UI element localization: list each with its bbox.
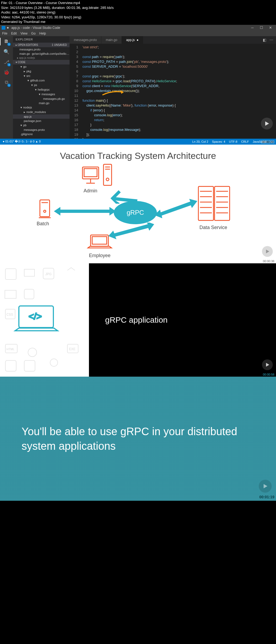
- tree-file[interactable]: .gitignore: [13, 132, 70, 136]
- file-metadata: File: 01 - Course Overview - Course Over…: [0, 0, 276, 25]
- svg-text:EXE: EXE: [69, 347, 75, 351]
- editor: messages.proto main.go app.js ● ◧ ⋯ 1234…: [70, 36, 276, 139]
- editor-tabs: messages.proto main.go app.js ● ◧ ⋯: [70, 36, 276, 44]
- svg-point-45: [28, 348, 37, 357]
- menu-view[interactable]: View: [20, 32, 27, 35]
- play-button[interactable]: [261, 118, 273, 130]
- tree-folder[interactable]: ▾messages: [13, 92, 70, 97]
- minimize-button[interactable]: ─: [248, 26, 256, 30]
- outro-slide: You'll be able to use gRPC in your distr…: [0, 377, 276, 501]
- play-button[interactable]: [262, 246, 273, 257]
- explorer-icon[interactable]: 🗎1: [3, 38, 10, 45]
- svg-marker-29: [54, 207, 116, 216]
- menu-file[interactable]: File: [2, 32, 7, 35]
- svg-rect-6: [104, 164, 112, 185]
- statusbar: ● 01-01* �규 0↓ 1↑ ⊘ 0 ▲ 0 Ln 20, Col 2 S…: [0, 139, 276, 145]
- tree-folder[interactable]: ▸pkg: [13, 69, 70, 74]
- code-area[interactable]: 1234567891011121314151617181920 'use str…: [70, 44, 276, 139]
- status-encoding[interactable]: UTF-8: [229, 140, 237, 143]
- svg-point-12: [44, 210, 46, 212]
- svg-point-46: [50, 359, 58, 366]
- tab-messages-proto[interactable]: messages.proto: [70, 36, 101, 44]
- tree-file[interactable]: main.go: [13, 101, 70, 105]
- tower-icon: [102, 163, 113, 187]
- status-cursor[interactable]: Ln 20, Col 2: [192, 140, 208, 143]
- svg-marker-52: [264, 484, 267, 488]
- tree-folder[interactable]: ▾ps: [13, 83, 70, 87]
- batch-server-icon: [38, 198, 52, 220]
- open-editor-item[interactable]: main.go go\src\github.com\ps\hellogrpc: [13, 52, 70, 56]
- menubar: File Edit View Go Help: [0, 31, 276, 36]
- play-button[interactable]: [259, 480, 272, 493]
- maximize-button[interactable]: ☐: [257, 26, 265, 30]
- tree-file[interactable]: messages.proto: [13, 128, 70, 132]
- titlebar: app.js - code - Visual Studio Code ─ ☐ ✕: [0, 25, 276, 31]
- tab-app-js[interactable]: app.js ●: [122, 36, 143, 44]
- svg-rect-47: [5, 360, 16, 371]
- data-label: Data Service: [199, 225, 227, 230]
- arrow-icon: [108, 223, 154, 241]
- close-button[interactable]: ✕: [266, 26, 274, 30]
- meta-file: File: 01 - Course Overview - Course Over…: [1, 1, 275, 5]
- split-editor-icon[interactable]: ◧: [263, 38, 266, 42]
- tree-file[interactable]: package.json: [13, 119, 70, 123]
- admin-label: Admin: [84, 188, 97, 194]
- extensions-icon[interactable]: ⧉1: [3, 79, 10, 86]
- sidebar: EXPLORER ▸ OPEN EDITORS 1 UNSAVED messag…: [13, 36, 70, 139]
- svg-marker-1: [265, 121, 269, 126]
- architecture-slide: Vacation Tracking System Architecture Ad…: [0, 145, 276, 263]
- activity-bar: 🗎1 🔍 ⎇4 🐞 ⧉1: [0, 36, 13, 139]
- svg-text:HTML: HTML: [6, 347, 15, 351]
- svg-rect-33: [5, 269, 16, 280]
- status-left[interactable]: ● 01-01* �규 0↓ 1↑ ⊘ 0 ▲ 0: [3, 139, 41, 144]
- search-icon[interactable]: 🔍: [3, 48, 10, 56]
- gutter: 1234567891011121314151617181920: [70, 44, 81, 139]
- source-control-icon[interactable]: ⎇4: [3, 58, 10, 66]
- play-button[interactable]: [262, 359, 273, 370]
- vscode-logo-icon: [2, 26, 5, 30]
- menu-edit[interactable]: Edit: [11, 32, 17, 35]
- tree-folder[interactable]: ▾hellogrpc: [13, 87, 70, 92]
- open-editor-item[interactable]: messages.proto: [13, 47, 70, 52]
- menu-help[interactable]: Help: [39, 32, 46, 35]
- grpc-application-slide: JPG CSS HTML EXE </> gRPC application 00…: [0, 263, 276, 377]
- status-spaces[interactable]: Spaces: 4: [212, 140, 225, 143]
- unsaved-dot-icon: [7, 27, 9, 29]
- debug-icon[interactable]: 🐞: [3, 69, 10, 76]
- code-lines: 'use strict'; const path = require('path…: [81, 44, 177, 139]
- open-editors-header[interactable]: ▸ OPEN EDITORS 1 UNSAVED: [13, 43, 70, 47]
- tree-folder[interactable]: ▾src: [13, 74, 70, 78]
- svg-rect-15: [92, 237, 107, 244]
- open-editor-item[interactable]: ● app.js nodejs: [13, 56, 70, 60]
- slide-title: Vacation Tracking System Architecture: [0, 145, 276, 163]
- svg-marker-30: [154, 199, 197, 218]
- workspace-header[interactable]: ▾ CODE: [13, 60, 70, 64]
- thumbnail-timestamp: 00:00:58: [263, 373, 274, 376]
- tree-folder[interactable]: ▸node_modules: [13, 110, 70, 114]
- window-title: app.js - code - Visual Studio Code: [11, 26, 60, 30]
- thumbnail-timestamp: 00:00:20: [261, 140, 274, 144]
- thumbnail-timestamp: 00:00:38: [263, 260, 274, 263]
- tree-folder[interactable]: ▾pb: [13, 123, 70, 128]
- more-icon[interactable]: ⋯: [270, 38, 273, 42]
- window-controls: ─ ☐ ✕: [248, 26, 274, 30]
- employee-label: Employee: [89, 253, 111, 258]
- meta-video: Video: h264, yuv420p, 1280x720, 30.00 fp…: [1, 15, 275, 20]
- svg-marker-31: [108, 223, 154, 239]
- status-eol[interactable]: CRLF: [241, 140, 249, 143]
- svg-rect-48: [24, 360, 35, 371]
- arrow-icon: [54, 206, 116, 217]
- icon-pattern-area: JPG CSS HTML EXE </>: [0, 263, 89, 377]
- tree-folder[interactable]: ▾go: [13, 64, 70, 69]
- meta-size: Size: 3421519 bytes (3.26 MiB), duration…: [1, 5, 275, 10]
- tree-file[interactable]: app.js: [13, 114, 70, 119]
- menu-go[interactable]: Go: [31, 32, 36, 35]
- svg-rect-34: [24, 269, 34, 276]
- tab-main-go[interactable]: main.go: [101, 36, 122, 44]
- tree-folder[interactable]: ▾github.com: [13, 78, 70, 83]
- explorer-title: EXPLORER: [13, 36, 70, 43]
- svg-point-9: [106, 178, 109, 181]
- tree-folder[interactable]: ▾nodejs: [13, 105, 70, 110]
- batch-label: Batch: [37, 221, 49, 227]
- tree-file[interactable]: messages.pb.go: [13, 97, 70, 101]
